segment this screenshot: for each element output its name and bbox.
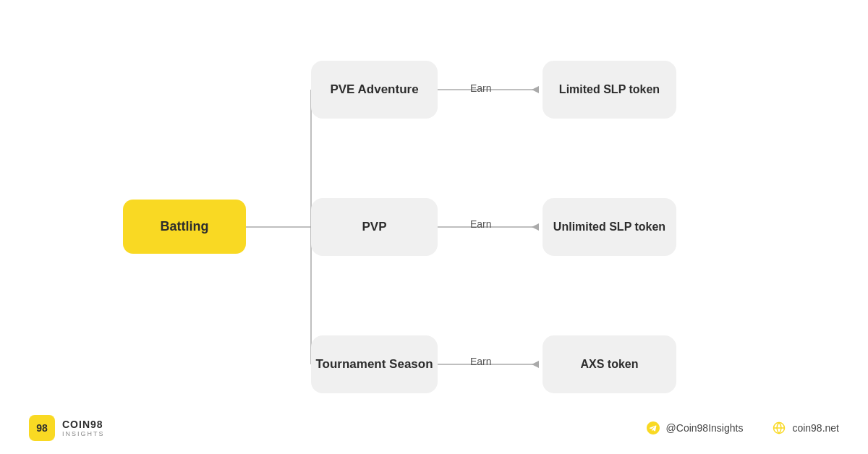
axs-token-label: AXS token bbox=[580, 357, 638, 372]
diagram-container: Battling PVE Adventure PVP Tournament Se… bbox=[109, 39, 760, 415]
logo-icon: 98 bbox=[29, 415, 55, 441]
unlimited-slp-node: Unlimited SLP token bbox=[542, 198, 676, 256]
svg-marker-9 bbox=[532, 86, 539, 93]
earn-label-tournament: Earn bbox=[470, 356, 492, 367]
pve-node: PVE Adventure bbox=[311, 61, 438, 119]
logo-name: COIN98 bbox=[62, 419, 105, 430]
pvp-label: PVP bbox=[362, 220, 386, 234]
logo-text: COIN98 INSIGHTS bbox=[62, 419, 105, 437]
unlimited-slp-label: Unlimited SLP token bbox=[553, 220, 665, 235]
telegram-icon bbox=[646, 421, 660, 435]
footer-website: coin98.net bbox=[772, 421, 839, 435]
footer-logo: 98 COIN98 INSIGHTS bbox=[29, 415, 105, 441]
pve-label: PVE Adventure bbox=[330, 82, 418, 97]
tournament-label: Tournament Season bbox=[315, 357, 433, 372]
limited-slp-label: Limited SLP token bbox=[559, 82, 660, 98]
logo-sub: INSIGHTS bbox=[62, 430, 105, 437]
footer: 98 COIN98 INSIGHTS @Coin98Insights bbox=[0, 415, 868, 441]
earn-label-pvp: Earn bbox=[470, 218, 492, 230]
axs-token-node: AXS token bbox=[542, 335, 676, 393]
globe-icon bbox=[772, 421, 786, 435]
battling-node: Battling bbox=[123, 200, 246, 254]
website-url: coin98.net bbox=[792, 422, 839, 434]
limited-slp-node: Limited SLP token bbox=[542, 61, 676, 119]
battling-label: Battling bbox=[161, 219, 209, 234]
footer-right: @Coin98Insights coin98.net bbox=[646, 421, 839, 435]
footer-social: @Coin98Insights bbox=[646, 421, 744, 435]
social-handle: @Coin98Insights bbox=[666, 422, 744, 434]
pvp-node: PVP bbox=[311, 198, 438, 256]
tournament-node: Tournament Season bbox=[311, 335, 438, 393]
svg-marker-11 bbox=[532, 361, 539, 368]
earn-label-pve: Earn bbox=[470, 82, 492, 94]
svg-marker-10 bbox=[532, 223, 539, 231]
